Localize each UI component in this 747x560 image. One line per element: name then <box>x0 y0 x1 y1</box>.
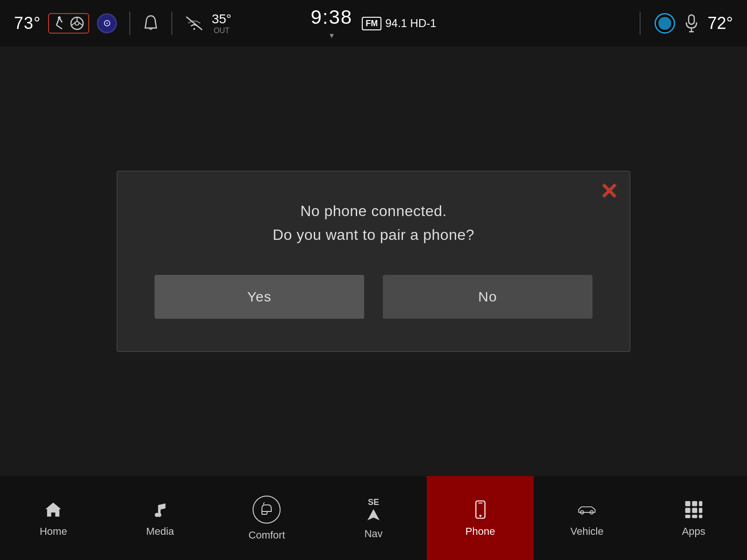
vehicle-label: Vehicle <box>571 525 604 538</box>
apps-label: Apps <box>682 525 705 538</box>
svg-rect-30 <box>692 508 697 513</box>
left-temp: 73° <box>14 14 41 33</box>
status-right: 72° <box>446 12 733 35</box>
dialog-message: No phone connected. Do you want to pair … <box>273 199 474 247</box>
nav-item-vehicle[interactable]: Vehicle <box>534 476 641 560</box>
svg-marker-19 <box>367 509 380 520</box>
nav-item-home[interactable]: Home <box>0 476 107 560</box>
nav-sub-label: SE <box>368 497 379 507</box>
media-label: Media <box>146 525 174 538</box>
home-icon <box>43 499 63 520</box>
dialog-overlay: ✕ No phone connected. Do you want to pai… <box>0 47 747 476</box>
dialog-buttons: Yes No <box>155 275 592 319</box>
svg-rect-29 <box>685 508 690 513</box>
status-left: 73° ⊙ <box>14 12 301 35</box>
clock-display: 9:38 <box>310 6 352 28</box>
no-button[interactable]: No <box>383 275 592 319</box>
comfort-circle-icon <box>253 496 281 524</box>
phone-icon <box>470 499 491 520</box>
svg-point-5 <box>75 21 79 25</box>
svg-point-3 <box>58 16 61 19</box>
home-label: Home <box>40 525 67 538</box>
svg-rect-34 <box>699 515 702 518</box>
nav-item-phone[interactable]: Phone <box>427 476 534 560</box>
svg-rect-28 <box>699 501 702 506</box>
nav-item-nav[interactable]: SE Nav <box>320 476 427 560</box>
svg-rect-13 <box>689 15 694 24</box>
svg-rect-26 <box>685 501 690 506</box>
chevron-down-icon[interactable]: ▾ <box>330 30 334 41</box>
vehicle-icon <box>577 499 597 520</box>
svg-rect-31 <box>699 508 702 513</box>
status-bar: 73° ⊙ <box>0 0 747 47</box>
comfort-seat-icon <box>258 501 275 518</box>
main-content: ✕ No phone connected. Do you want to pai… <box>0 47 747 476</box>
wifi-icon[interactable] <box>184 15 204 32</box>
radio-info[interactable]: FM 94.1 HD-1 <box>362 17 436 30</box>
dialog-message-line2: Do you want to pair a phone? <box>273 223 474 247</box>
nav-arrow-icon <box>366 508 381 522</box>
apps-grid-icon <box>684 499 704 520</box>
pair-phone-dialog: ✕ No phone connected. Do you want to pai… <box>117 171 630 352</box>
svg-line-1 <box>56 25 62 29</box>
alexa-ring <box>658 17 671 30</box>
nav-item-comfort[interactable]: Comfort <box>213 476 320 560</box>
svg-point-17 <box>157 513 162 517</box>
seatbelt-icon <box>53 16 66 31</box>
svg-rect-27 <box>692 501 697 506</box>
status-divider-2 <box>171 12 172 35</box>
comfort-label: Comfort <box>248 529 285 541</box>
yes-button[interactable]: Yes <box>155 275 364 319</box>
fm-badge: FM <box>362 17 381 30</box>
right-temp: 72° <box>708 14 733 33</box>
music-icon <box>150 499 170 520</box>
close-button[interactable]: ✕ <box>599 181 618 203</box>
status-divider-1 <box>129 12 130 35</box>
dialog-message-line1: No phone connected. <box>273 199 474 223</box>
microphone-icon[interactable] <box>684 14 698 33</box>
autopilot-icon[interactable]: ⊙ <box>97 13 117 34</box>
driver-controls-box[interactable] <box>48 13 89 34</box>
svg-rect-33 <box>692 515 697 518</box>
svg-line-8 <box>79 22 82 25</box>
nav-label: Nav <box>364 528 382 540</box>
nav-item-media[interactable]: Media <box>107 476 214 560</box>
outside-temp: 35° OUT <box>211 12 231 35</box>
status-center: 9:38 ▾ <box>310 6 352 41</box>
svg-rect-32 <box>685 515 690 518</box>
nav-item-apps[interactable]: Apps <box>640 476 747 560</box>
phone-label: Phone <box>465 525 495 538</box>
bottom-nav: Home Media Comfort SE Nav <box>0 476 747 560</box>
svg-point-21 <box>479 515 481 517</box>
steering-wheel-icon <box>70 16 85 31</box>
svg-text:⊙: ⊙ <box>103 18 111 28</box>
bell-icon[interactable] <box>142 14 159 33</box>
alexa-icon[interactable] <box>655 13 675 34</box>
radio-station: 94.1 HD-1 <box>385 17 436 30</box>
status-divider-3 <box>640 12 641 35</box>
svg-line-7 <box>72 22 75 25</box>
